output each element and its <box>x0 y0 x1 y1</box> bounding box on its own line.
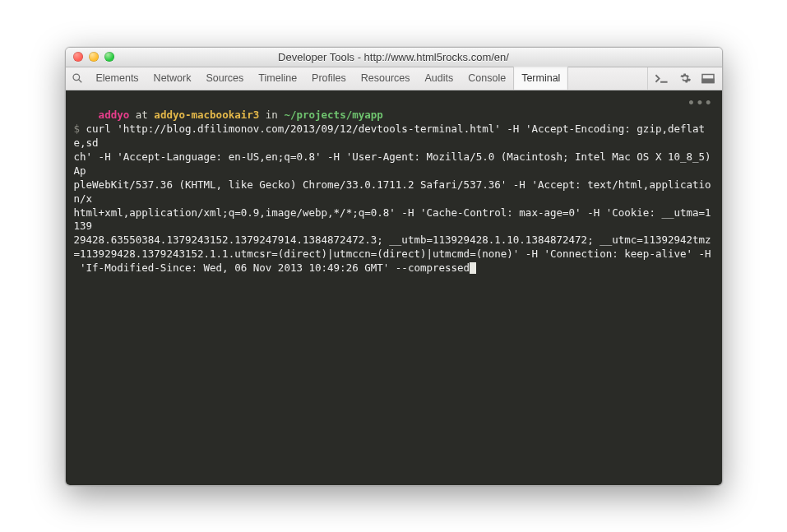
prompt-host: addyo-macbookair3 <box>154 109 259 121</box>
drawer-toggle-icon[interactable] <box>655 71 669 86</box>
terminal-command-line: ch' -H 'Accept-Language: en-US,en;q=0.8'… <box>74 150 718 177</box>
terminal-menu-icon[interactable]: ••• <box>687 95 713 111</box>
window-titlebar: Developer Tools - http://www.html5rocks.… <box>66 48 722 67</box>
window-close-button[interactable] <box>73 52 83 62</box>
prompt-in: in <box>259 109 284 121</box>
terminal-command-line: pleWebKit/537.36 (KHTML, like Gecko) Chr… <box>74 178 711 205</box>
prompt-path: ~/projects/myapp <box>284 109 382 121</box>
svg-point-0 <box>73 74 80 81</box>
tab-console[interactable]: Console <box>461 67 513 90</box>
prompt-user: addyo <box>99 109 130 121</box>
prompt-at: at <box>129 109 154 121</box>
dock-icon[interactable] <box>701 71 715 86</box>
terminal-command-line: curl 'http://blog.dfilimonov.com/2013/09… <box>74 123 706 149</box>
gear-icon[interactable] <box>678 71 692 86</box>
tab-profiles[interactable]: Profiles <box>304 67 354 90</box>
window-traffic-lights <box>66 52 114 62</box>
tab-label: Terminal <box>521 72 560 84</box>
window-minimize-button[interactable] <box>89 52 99 62</box>
terminal-command-line: html+xml,application/xml;q=0.9,image/web… <box>74 206 711 233</box>
terminal-command-line: 29428.63550384.1379243152.1379247914.138… <box>74 234 711 260</box>
terminal-panel[interactable]: •••addyo at addyo-macbookair3 in ~/proje… <box>66 90 722 485</box>
tab-resources[interactable]: Resources <box>354 67 418 90</box>
svg-line-1 <box>78 80 81 83</box>
window-title: Developer Tools - http://www.html5rocks.… <box>66 51 722 63</box>
tab-label: Audits <box>425 72 454 84</box>
terminal-command-line: 'If-Modified-Since: Wed, 06 Nov 2013 10:… <box>74 261 470 274</box>
toolbar-right <box>647 67 722 90</box>
search-icon[interactable] <box>66 67 89 90</box>
tab-label: Elements <box>96 72 139 84</box>
tab-terminal[interactable]: Terminal <box>513 67 568 90</box>
tab-label: Timeline <box>258 72 297 84</box>
tab-network[interactable]: Network <box>146 67 199 90</box>
tab-elements[interactable]: Elements <box>89 67 146 90</box>
tab-label: Profiles <box>312 72 346 84</box>
terminal-cursor <box>470 262 476 274</box>
devtools-window: Developer Tools - http://www.html5rocks.… <box>65 47 723 486</box>
tab-label: Sources <box>206 72 243 84</box>
svg-rect-4 <box>702 79 714 82</box>
devtools-tabs: Elements Network Sources Timeline Profil… <box>89 67 647 90</box>
devtools-toolbar: Elements Network Sources Timeline Profil… <box>66 67 722 90</box>
toolbar-left <box>66 67 89 90</box>
tab-audits[interactable]: Audits <box>418 67 461 90</box>
tab-timeline[interactable]: Timeline <box>251 67 304 90</box>
tab-label: Console <box>468 72 506 84</box>
tab-sources[interactable]: Sources <box>198 67 251 90</box>
tab-label: Resources <box>361 72 410 84</box>
prompt-symbol: $ <box>74 123 86 135</box>
tab-label: Network <box>154 72 192 84</box>
window-zoom-button[interactable] <box>104 52 114 62</box>
